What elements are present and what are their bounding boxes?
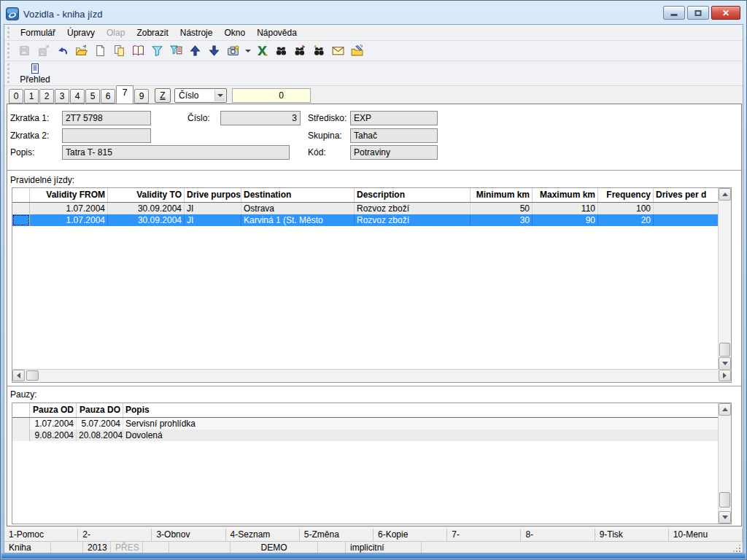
book-icon[interactable]	[130, 42, 147, 59]
fkey-5[interactable]: 5-Změna	[300, 529, 374, 541]
scroll-up-button[interactable]	[719, 188, 731, 201]
content-panel: Zkratka 1: 2T7 5798 Číslo: 3 Středisko: …	[7, 104, 742, 526]
undo-icon[interactable]	[54, 42, 71, 59]
fkey-10[interactable]: 10-Menu	[669, 529, 743, 541]
find-mark-icon[interactable]	[311, 42, 328, 59]
tab-4[interactable]: 4	[70, 89, 85, 104]
titlebar[interactable]: Vozidla - kniha jízd	[6, 5, 659, 23]
minimize-icon	[671, 14, 678, 16]
tab-6[interactable]: 6	[101, 89, 115, 104]
filter-icon[interactable]	[149, 42, 166, 59]
table-row[interactable]: 1.07.2004 5.07.2004 Servisní prohlídka	[12, 418, 719, 429]
zkratka2-field[interactable]	[62, 128, 151, 143]
skupina-field[interactable]: Tahač	[350, 128, 438, 143]
toolbar-grip	[7, 63, 9, 83]
col-frequency[interactable]: Frequency	[598, 188, 654, 202]
row-selector-selected[interactable]	[12, 214, 30, 226]
record-number-field[interactable]: 0	[232, 88, 311, 103]
new-document-icon[interactable]	[92, 42, 109, 59]
camera-dropdown-icon[interactable]	[244, 42, 252, 59]
open-folder-icon[interactable]	[73, 42, 90, 59]
col-pauza-do[interactable]: Pauza DO	[77, 403, 123, 417]
scroll-thumb[interactable]	[719, 492, 730, 508]
chevron-down-icon	[217, 94, 223, 97]
tab-0[interactable]: 0	[9, 89, 23, 104]
z-button[interactable]: Z	[155, 88, 171, 103]
popis-field[interactable]: Tatra T- 815	[62, 145, 290, 160]
col-minimum-km[interactable]: Minimum km	[471, 188, 533, 202]
cislo-field[interactable]: 3	[220, 111, 301, 125]
fkey-2[interactable]: 2-	[78, 529, 152, 541]
scroll-thumb[interactable]	[719, 343, 730, 357]
scroll-thumb[interactable]	[26, 370, 39, 381]
toolbar-grip	[7, 43, 9, 58]
chevron-down-icon	[245, 50, 251, 52]
copy-icon[interactable]	[111, 42, 128, 59]
fkey-8[interactable]: 8-	[521, 529, 595, 541]
col-validity-to[interactable]: Validity TO	[108, 188, 185, 202]
find-next-icon[interactable]	[292, 42, 309, 59]
fkey-1[interactable]: 1-Pomoc	[4, 529, 78, 541]
kod-label: Kód:	[308, 145, 326, 160]
export-excel-icon[interactable]	[254, 42, 271, 59]
row-selector[interactable]	[12, 429, 30, 441]
resize-grip[interactable]	[732, 544, 741, 553]
find-icon[interactable]	[273, 42, 290, 59]
camera-icon[interactable]	[225, 42, 241, 59]
col-drive-purpose[interactable]: Drive purpose	[185, 188, 241, 202]
move-down-icon[interactable]	[206, 42, 222, 59]
zkratka1-field[interactable]: 2T7 5798	[62, 111, 151, 125]
cell: 30	[471, 214, 533, 226]
trips-grid: Validity FROM Validity TO Drive purpose …	[12, 187, 732, 383]
tab-3[interactable]: 3	[55, 89, 69, 104]
pauses-vertical-scrollbar[interactable]	[718, 403, 731, 524]
scroll-right-button[interactable]	[719, 370, 731, 381]
menu-napoveda[interactable]: Nápověda	[251, 25, 303, 41]
fkey-3[interactable]: 3-Obnov	[152, 529, 225, 541]
fkey-6[interactable]: 6-Kopie	[374, 529, 447, 541]
menu-upravy[interactable]: Úpravy	[61, 25, 101, 41]
col-pauza-od[interactable]: Pauza OD	[30, 403, 77, 417]
cell: Ostrava	[241, 203, 355, 214]
scroll-left-button[interactable]	[12, 370, 25, 381]
col-drives-per[interactable]: Drives per d	[654, 188, 719, 202]
minimize-button[interactable]	[663, 6, 685, 20]
table-row[interactable]: 9.08.2004 20.08.2004 Dovolená	[12, 429, 719, 441]
filter-report-icon[interactable]	[168, 42, 185, 59]
menu-okno[interactable]: Okno	[218, 25, 251, 41]
overview-button[interactable]: Přehled	[15, 62, 55, 85]
menu-nastroje[interactable]: Nástroje	[174, 25, 219, 41]
trips-horizontal-scrollbar[interactable]	[12, 369, 731, 382]
close-button[interactable]: ✕	[711, 6, 740, 20]
scroll-down-button[interactable]	[719, 511, 731, 524]
mail-icon[interactable]	[330, 42, 347, 59]
move-up-icon[interactable]	[187, 42, 204, 59]
field-selector-combo[interactable]: Číslo	[174, 88, 227, 103]
kod-field[interactable]: Potraviny	[350, 145, 438, 160]
col-maximum-km[interactable]: Maximum km	[533, 188, 598, 202]
tab-7-active[interactable]: 7	[116, 85, 133, 104]
tab-2[interactable]: 2	[39, 89, 54, 104]
scroll-up-button[interactable]	[719, 403, 731, 416]
table-row-selected[interactable]: 1.07.2004 30.09.2004 JI Karviná 1 (St. M…	[12, 214, 719, 226]
scroll-down-button[interactable]	[719, 357, 731, 370]
fkey-7[interactable]: 7-	[447, 529, 521, 541]
col-destination[interactable]: Destination	[241, 188, 355, 202]
menu-zobrazit[interactable]: Zobrazit	[131, 25, 174, 41]
row-selector[interactable]	[12, 418, 30, 429]
tab-9[interactable]: 9	[134, 89, 149, 104]
col-validity-from[interactable]: Validity FROM	[30, 188, 108, 202]
fkey-9[interactable]: 9-Tisk	[595, 529, 669, 541]
tab-5[interactable]: 5	[85, 89, 100, 104]
stredisko-field[interactable]: EXP	[350, 111, 438, 125]
table-row[interactable]: 1.07.2004 30.09.2004 JI Ostrava Rozvoz z…	[12, 203, 719, 214]
tab-1[interactable]: 1	[24, 89, 39, 104]
edit-folder-icon[interactable]	[349, 42, 365, 59]
row-selector[interactable]	[12, 203, 30, 214]
menu-formular[interactable]: Formulář	[15, 25, 61, 41]
trips-vertical-scrollbar[interactable]	[718, 188, 731, 370]
col-popis[interactable]: Popis	[123, 403, 719, 417]
restore-button[interactable]	[687, 6, 709, 20]
col-description[interactable]: Description	[355, 188, 471, 202]
fkey-4[interactable]: 4-Seznam	[226, 529, 300, 541]
